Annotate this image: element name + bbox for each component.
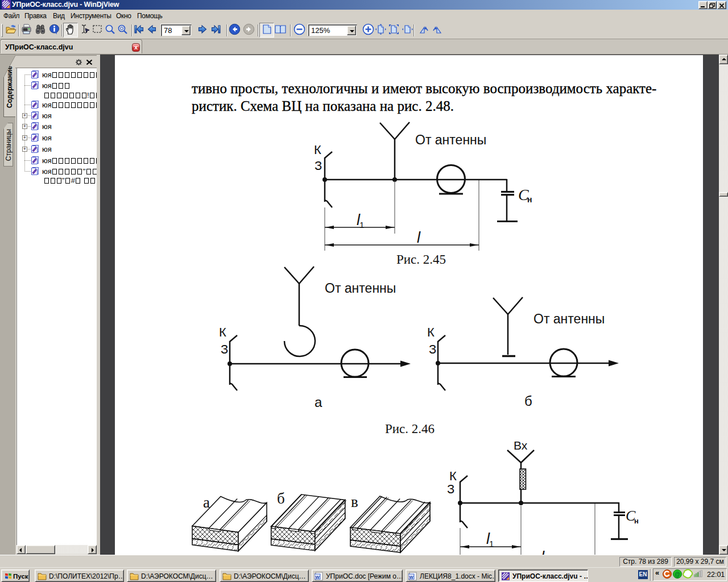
- svg-text:1: 1: [489, 539, 494, 548]
- svg-text:К: К: [427, 325, 435, 339]
- svg-text:К: К: [219, 325, 226, 339]
- svg-text:1: 1: [359, 220, 364, 230]
- svg-text:З: З: [315, 159, 322, 173]
- svg-text:н: н: [527, 195, 532, 204]
- svg-text:l: l: [541, 548, 545, 555]
- svg-text:в: в: [351, 493, 358, 510]
- svg-text:l: l: [417, 229, 421, 246]
- svg-text:@: @: [675, 571, 680, 577]
- svg-text:От антенны: От антенны: [325, 281, 396, 296]
- svg-text:От антенны: От антенны: [533, 311, 605, 326]
- svg-text:б: б: [524, 393, 532, 409]
- svg-text:б: б: [277, 490, 285, 507]
- svg-text:З: З: [429, 342, 436, 356]
- svg-text:W: W: [409, 575, 413, 580]
- svg-text:От антенны: От антенны: [415, 132, 486, 147]
- svg-text:а: а: [315, 394, 322, 410]
- svg-text:н: н: [634, 517, 639, 525]
- svg-text:W: W: [315, 575, 320, 580]
- svg-text:а: а: [203, 494, 210, 511]
- svg-text:Рис. 2.46: Рис. 2.46: [385, 422, 435, 436]
- svg-text:З: З: [221, 342, 228, 356]
- svg-text:Рис. 2.45: Рис. 2.45: [396, 252, 446, 267]
- svg-text:Вх: Вх: [514, 439, 528, 452]
- svg-text:К: К: [314, 143, 321, 157]
- svg-text:З: З: [447, 482, 454, 496]
- svg-text:К: К: [449, 469, 457, 483]
